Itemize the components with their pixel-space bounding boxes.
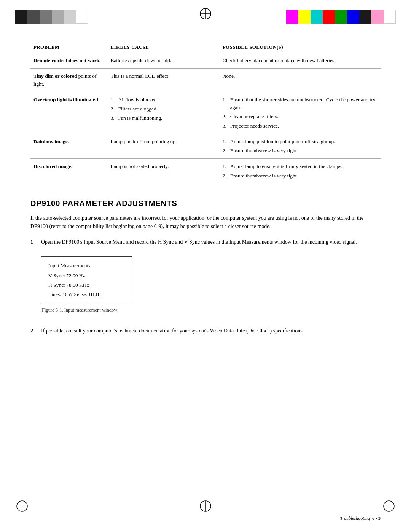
step-2-content: If possible, consult your computer's tec… (41, 327, 381, 335)
col-solution: Possible Solution(s) (220, 42, 381, 53)
col-cause: Likely Cause (107, 42, 219, 53)
page: Problem Likely Cause Possible Solution(s… (0, 0, 411, 532)
solution-cell: 1.Adjust lamp position to point pinch-of… (220, 134, 381, 159)
step-1-content: Open the DP9100's Input Source Menu and … (41, 238, 381, 321)
solution-cell: None. (220, 69, 381, 92)
problem-cell: Tiny dim or colored points of light. (30, 69, 107, 92)
figure-caption: Figure 6-1, Input measurement window (42, 306, 381, 314)
right-registration-mark (382, 499, 396, 513)
left-registration-mark (15, 499, 29, 513)
step-2-text: If possible, consult your computer's tec… (41, 328, 304, 334)
lines-value: Lines: 1057 Sense: HLHL (48, 290, 125, 299)
hsync-value: H Sync: 78.00 KHz (48, 281, 125, 290)
list-item: 2.Filters are clogged. (110, 105, 216, 113)
vsync-value: V Sync: 72.00 Hz (48, 271, 125, 280)
step-2: 2 If possible, consult your computer's t… (30, 327, 381, 335)
cause-cell: Lamp pinch-off not pointing up. (107, 134, 219, 159)
color-block-2 (27, 10, 40, 24)
cause-cell: Lamp is not seated properly. (107, 159, 219, 184)
table-row: Rainbow image. Lamp pinch-off not pointi… (30, 134, 381, 159)
table-row: Overtemp light is illuminated. 1.Airflow… (30, 92, 381, 134)
cause-cell: 1.Airflow is blocked. 2.Filters are clog… (107, 92, 219, 134)
section-heading: DP9100 PARAMETER ADJUSTMENTS (30, 199, 381, 208)
list-item: 2.Clean or replace filters. (223, 113, 378, 120)
step-2-number: 2 (30, 327, 37, 335)
list-item: 1.Adjust lamp position to point pinch-of… (223, 138, 378, 145)
measurement-title: Input Measurements (48, 261, 125, 270)
footer-label: Troubleshooting (340, 516, 370, 521)
footer: Troubleshooting 6 - 3 (340, 516, 381, 521)
footer-page: 6 - 3 (372, 516, 381, 521)
problem-label: Rainbow image. (33, 139, 69, 144)
list-item: 3.Fan is malfuntioning. (110, 114, 216, 122)
top-bar (0, 0, 411, 27)
troubleshoot-table: Problem Likely Cause Possible Solution(s… (30, 42, 381, 184)
problem-label: Remote control does not work. (33, 58, 100, 63)
color-block-r8 (371, 10, 384, 24)
color-blocks-right (286, 10, 396, 24)
solution-cell: Check battery placement or replace with … (220, 53, 381, 69)
solution-cell: 1.Adjust lamp to ensure it is firmly sea… (220, 159, 381, 184)
list-item: 2.Ensure thumbscrew is very tight. (223, 147, 378, 155)
cause-cell: This is a normal LCD effect. (107, 69, 219, 92)
color-block-6 (76, 10, 88, 24)
causes-list: 1.Airflow is blocked. 2.Filters are clog… (110, 96, 216, 122)
list-item: 1.Adjust lamp to ensure it is firmly sea… (223, 163, 378, 170)
main-content: Problem Likely Cause Possible Solution(s… (0, 30, 411, 357)
color-block-4 (52, 10, 64, 24)
top-center-registration-mark (199, 7, 212, 21)
problem-label: Overtemp light is illuminated. (33, 97, 99, 102)
bottom-center-registration-mark (199, 499, 212, 513)
problem-cell: Overtemp light is illuminated. (30, 92, 107, 134)
problem-label: Discolored image. (33, 163, 72, 169)
problem-cell: Discolored image. (30, 159, 107, 184)
color-block-r3 (311, 10, 323, 24)
color-block-5 (64, 10, 76, 24)
color-blocks-left (15, 10, 88, 24)
step-1-text: Open the DP9100's Input Source Menu and … (41, 239, 357, 245)
solutions-list: 1.Adjust lamp position to point pinch-of… (223, 138, 378, 155)
steps-list: 1 Open the DP9100's Input Source Menu an… (30, 238, 381, 335)
color-block-1 (15, 10, 27, 24)
table-header-row: Problem Likely Cause Possible Solution(s… (30, 42, 381, 53)
solution-cell: 1.Ensure that the shorter sides are unob… (220, 92, 381, 134)
bottom-bar (0, 499, 411, 513)
color-block-r1 (286, 10, 298, 24)
step-1-number: 1 (30, 238, 37, 321)
list-item: 3.Projector needs service. (223, 122, 378, 130)
table-row: Discolored image. Lamp is not seated pro… (30, 159, 381, 184)
section-intro: If the auto-selected computer source par… (30, 214, 381, 231)
cause-cell: Batteries upside-down or old. (107, 53, 219, 69)
measurement-box: Input Measurements V Sync: 72.00 Hz H Sy… (41, 256, 132, 304)
col-problem: Problem (30, 42, 107, 53)
color-block-r5 (335, 10, 347, 24)
table-row: Tiny dim or colored points of light. Thi… (30, 69, 381, 92)
color-block-r6 (347, 10, 359, 24)
list-item: 1.Ensure that the shorter sides are unob… (223, 96, 378, 112)
color-block-3 (40, 10, 52, 24)
list-item: 2.Ensure thumbscrew is very tight. (223, 172, 378, 180)
step-1: 1 Open the DP9100's Input Source Menu an… (30, 238, 381, 321)
color-block-r2 (298, 10, 311, 24)
color-block-r9 (384, 10, 396, 24)
table-row: Remote control does not work. Batteries … (30, 53, 381, 69)
color-block-r7 (359, 10, 371, 24)
color-block-r4 (323, 10, 335, 24)
problem-cell: Remote control does not work. (30, 53, 107, 69)
problem-label: Tiny dim or colored (33, 73, 77, 79)
problem-cell: Rainbow image. (30, 134, 107, 159)
solutions-list: 1.Ensure that the shorter sides are unob… (223, 96, 378, 130)
solutions-list: 1.Adjust lamp to ensure it is firmly sea… (223, 163, 378, 180)
list-item: 1.Airflow is blocked. (110, 96, 216, 104)
